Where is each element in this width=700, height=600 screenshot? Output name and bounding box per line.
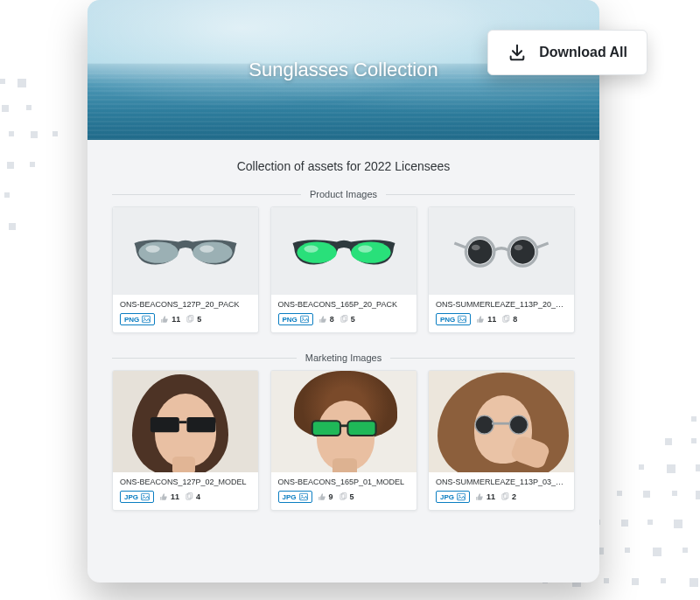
asset-card[interactable]: ONS-BEACONS_127P_02_MODEL JPG 11 4 bbox=[112, 370, 259, 511]
format-badge: JPG bbox=[120, 491, 154, 503]
svg-rect-9 bbox=[52, 131, 58, 136]
svg-point-53 bbox=[297, 241, 337, 262]
asset-name: ONS-SUMMERLEAZE_113P_03_MODEL bbox=[436, 478, 567, 486]
svg-rect-30 bbox=[648, 520, 653, 525]
svg-point-65 bbox=[472, 245, 480, 251]
svg-rect-29 bbox=[621, 520, 628, 527]
thumbs-count: 11 bbox=[160, 315, 180, 324]
asset-thumbnail bbox=[271, 371, 416, 472]
svg-point-93 bbox=[458, 495, 460, 497]
download-icon bbox=[508, 43, 527, 62]
copies-icon bbox=[501, 315, 510, 324]
image-icon bbox=[141, 492, 150, 501]
thumbs-up-icon bbox=[318, 315, 327, 324]
svg-rect-23 bbox=[696, 464, 700, 471]
section-header-product: Product Images bbox=[88, 185, 599, 206]
svg-point-68 bbox=[460, 317, 462, 319]
sunglasses-icon bbox=[467, 413, 541, 439]
asset-name: ONS-BEACONS_165P_20_PACK bbox=[278, 300, 410, 309]
svg-point-46 bbox=[192, 241, 233, 262]
format-badge: PNG bbox=[120, 313, 155, 325]
copies-icon bbox=[500, 492, 509, 501]
asset-thumbnail bbox=[429, 371, 574, 472]
svg-rect-36 bbox=[653, 548, 662, 556]
image-icon bbox=[299, 492, 308, 501]
sunglasses-icon bbox=[287, 225, 401, 277]
copies-icon bbox=[186, 315, 194, 324]
svg-rect-4 bbox=[2, 105, 9, 112]
svg-rect-41 bbox=[604, 578, 609, 583]
thumbs-count: 9 bbox=[318, 492, 333, 501]
format-badge: PNG bbox=[436, 313, 471, 325]
asset-card[interactable]: ONS-BEACONS_165P_01_MODEL JPG 9 5 bbox=[270, 370, 417, 511]
thumbs-up-icon bbox=[476, 315, 485, 324]
svg-rect-35 bbox=[625, 548, 630, 553]
copies-icon bbox=[340, 315, 348, 324]
asset-name: ONS-BEACONS_127P_20_PACK bbox=[120, 300, 251, 309]
svg-rect-5 bbox=[26, 105, 32, 110]
svg-rect-7 bbox=[9, 131, 14, 136]
asset-name: ONS-BEACONS_127P_02_MODEL bbox=[120, 478, 251, 486]
thumbs-up-icon bbox=[159, 492, 168, 501]
svg-rect-72 bbox=[186, 417, 215, 432]
asset-thumbnail bbox=[113, 371, 258, 472]
svg-rect-21 bbox=[639, 464, 644, 470]
thumbs-up-icon bbox=[475, 492, 484, 501]
marketing-card-row: ONS-BEACONS_127P_02_MODEL JPG 11 4 bbox=[88, 370, 599, 527]
thumbs-count: 11 bbox=[476, 315, 496, 324]
product-card-row: ONS-BEACONS_127P_20_PACK PNG 11 5 bbox=[88, 206, 599, 349]
svg-rect-26 bbox=[672, 491, 677, 496]
format-badge: PNG bbox=[278, 313, 313, 325]
page-subtitle: Collection of assets for 2022 Licensees bbox=[88, 140, 599, 185]
asset-thumbnail bbox=[271, 207, 416, 295]
asset-name: ONS-SUMMERLEAZE_113P_20_PACK bbox=[436, 300, 567, 309]
asset-thumbnail bbox=[113, 207, 258, 295]
asset-name: ONS-BEACONS_165P_01_MODEL bbox=[278, 478, 410, 486]
asset-card[interactable]: ONS-BEACONS_127P_20_PACK PNG 11 5 bbox=[112, 206, 259, 333]
sunglasses-icon bbox=[129, 225, 242, 277]
svg-rect-18 bbox=[691, 416, 696, 422]
svg-rect-20 bbox=[691, 438, 696, 443]
svg-point-48 bbox=[200, 246, 214, 253]
svg-rect-22 bbox=[667, 464, 676, 473]
copies-count: 2 bbox=[500, 492, 516, 501]
svg-rect-11 bbox=[7, 162, 14, 169]
svg-rect-79 bbox=[347, 421, 375, 436]
copies-icon bbox=[339, 492, 347, 501]
asset-card[interactable]: ONS-SUMMERLEAZE_113P_20_PACK PNG 11 8 bbox=[428, 206, 575, 333]
svg-rect-43 bbox=[661, 578, 666, 583]
copies-count: 8 bbox=[501, 315, 517, 324]
copies-count: 5 bbox=[339, 492, 354, 501]
image-icon bbox=[458, 315, 466, 324]
download-all-button[interactable]: Download All bbox=[487, 30, 648, 75]
svg-rect-12 bbox=[30, 162, 35, 167]
asset-card[interactable]: ONS-SUMMERLEAZE_113P_03_MODEL JPG 11 2 bbox=[428, 370, 575, 511]
page-title: Sunglasses Collection bbox=[248, 59, 438, 81]
svg-point-58 bbox=[302, 317, 304, 319]
format-badge: JPG bbox=[278, 491, 312, 503]
svg-point-64 bbox=[511, 240, 536, 264]
thumbs-count: 11 bbox=[159, 492, 179, 501]
svg-point-66 bbox=[514, 245, 523, 251]
thumbs-count: 8 bbox=[318, 315, 334, 324]
thumbs-up-icon bbox=[318, 492, 326, 501]
copies-icon bbox=[185, 492, 193, 501]
svg-rect-73 bbox=[179, 421, 187, 423]
asset-card[interactable]: ONS-BEACONS_165P_20_PACK PNG 8 5 bbox=[270, 206, 417, 333]
section-header-marketing: Marketing Images bbox=[88, 349, 599, 370]
thumbs-count: 11 bbox=[475, 492, 495, 501]
image-icon bbox=[300, 315, 309, 324]
sunglasses-icon bbox=[148, 413, 223, 439]
image-icon bbox=[457, 492, 466, 501]
svg-point-84 bbox=[301, 495, 303, 497]
thumbs-up-icon bbox=[160, 315, 169, 324]
svg-rect-42 bbox=[632, 578, 639, 585]
svg-point-54 bbox=[351, 241, 391, 262]
copies-count: 5 bbox=[186, 315, 201, 324]
svg-rect-44 bbox=[690, 578, 698, 587]
svg-rect-1 bbox=[0, 79, 5, 84]
image-icon bbox=[142, 315, 150, 324]
svg-rect-8 bbox=[31, 131, 38, 138]
svg-point-56 bbox=[358, 246, 372, 253]
svg-rect-16 bbox=[9, 223, 16, 230]
